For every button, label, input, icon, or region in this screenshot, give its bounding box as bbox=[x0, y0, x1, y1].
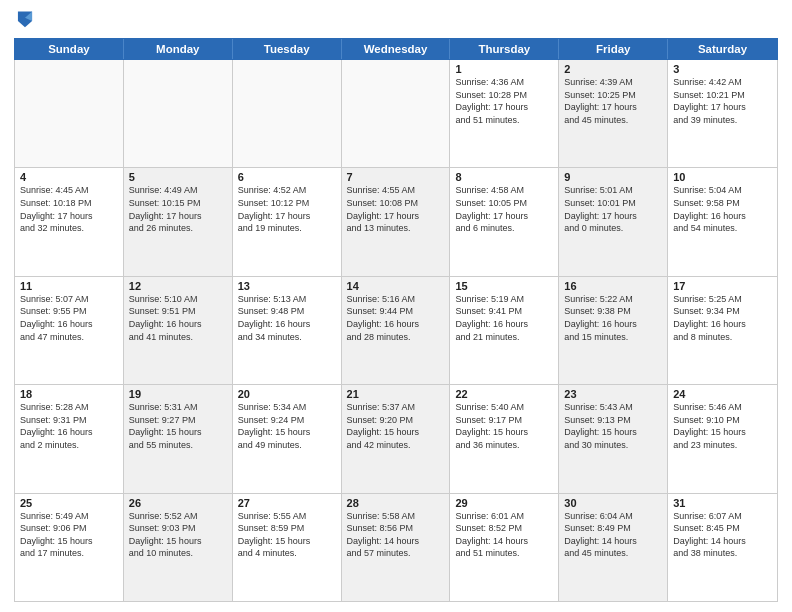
cal-cell-day-31: 31Sunrise: 6:07 AM Sunset: 8:45 PM Dayli… bbox=[668, 494, 777, 601]
cal-cell-day-2: 2Sunrise: 4:39 AM Sunset: 10:25 PM Dayli… bbox=[559, 60, 668, 167]
cell-text: Sunrise: 5:07 AM Sunset: 9:55 PM Dayligh… bbox=[20, 293, 118, 343]
cal-cell-day-30: 30Sunrise: 6:04 AM Sunset: 8:49 PM Dayli… bbox=[559, 494, 668, 601]
day-number: 27 bbox=[238, 497, 336, 509]
cal-cell-day-20: 20Sunrise: 5:34 AM Sunset: 9:24 PM Dayli… bbox=[233, 385, 342, 492]
day-number: 5 bbox=[129, 171, 227, 183]
cell-text: Sunrise: 5:22 AM Sunset: 9:38 PM Dayligh… bbox=[564, 293, 662, 343]
cal-cell-day-23: 23Sunrise: 5:43 AM Sunset: 9:13 PM Dayli… bbox=[559, 385, 668, 492]
cell-text: Sunrise: 5:25 AM Sunset: 9:34 PM Dayligh… bbox=[673, 293, 772, 343]
cal-cell-day-17: 17Sunrise: 5:25 AM Sunset: 9:34 PM Dayli… bbox=[668, 277, 777, 384]
day-number: 14 bbox=[347, 280, 445, 292]
calendar-body: 1Sunrise: 4:36 AM Sunset: 10:28 PM Dayli… bbox=[14, 60, 778, 602]
day-number: 31 bbox=[673, 497, 772, 509]
cell-text: Sunrise: 5:43 AM Sunset: 9:13 PM Dayligh… bbox=[564, 401, 662, 451]
cal-cell-day-14: 14Sunrise: 5:16 AM Sunset: 9:44 PM Dayli… bbox=[342, 277, 451, 384]
cal-cell-day-4: 4Sunrise: 4:45 AM Sunset: 10:18 PM Dayli… bbox=[15, 168, 124, 275]
day-number: 19 bbox=[129, 388, 227, 400]
cal-cell-day-29: 29Sunrise: 6:01 AM Sunset: 8:52 PM Dayli… bbox=[450, 494, 559, 601]
logo bbox=[14, 10, 36, 32]
day-number: 21 bbox=[347, 388, 445, 400]
cal-week-1: 1Sunrise: 4:36 AM Sunset: 10:28 PM Dayli… bbox=[15, 60, 777, 168]
day-number: 26 bbox=[129, 497, 227, 509]
cal-cell-day-16: 16Sunrise: 5:22 AM Sunset: 9:38 PM Dayli… bbox=[559, 277, 668, 384]
cell-text: Sunrise: 5:55 AM Sunset: 8:59 PM Dayligh… bbox=[238, 510, 336, 560]
day-number: 12 bbox=[129, 280, 227, 292]
cal-cell-day-26: 26Sunrise: 5:52 AM Sunset: 9:03 PM Dayli… bbox=[124, 494, 233, 601]
day-number: 28 bbox=[347, 497, 445, 509]
header-day-thursday: Thursday bbox=[450, 39, 559, 59]
day-number: 30 bbox=[564, 497, 662, 509]
day-number: 15 bbox=[455, 280, 553, 292]
cell-text: Sunrise: 4:58 AM Sunset: 10:05 PM Daylig… bbox=[455, 184, 553, 234]
day-number: 9 bbox=[564, 171, 662, 183]
cell-text: Sunrise: 4:42 AM Sunset: 10:21 PM Daylig… bbox=[673, 76, 772, 126]
cell-text: Sunrise: 6:01 AM Sunset: 8:52 PM Dayligh… bbox=[455, 510, 553, 560]
cell-text: Sunrise: 5:46 AM Sunset: 9:10 PM Dayligh… bbox=[673, 401, 772, 451]
day-number: 7 bbox=[347, 171, 445, 183]
day-number: 18 bbox=[20, 388, 118, 400]
cal-cell-day-3: 3Sunrise: 4:42 AM Sunset: 10:21 PM Dayli… bbox=[668, 60, 777, 167]
day-number: 6 bbox=[238, 171, 336, 183]
day-number: 11 bbox=[20, 280, 118, 292]
cell-text: Sunrise: 5:31 AM Sunset: 9:27 PM Dayligh… bbox=[129, 401, 227, 451]
cal-cell-day-19: 19Sunrise: 5:31 AM Sunset: 9:27 PM Dayli… bbox=[124, 385, 233, 492]
day-number: 20 bbox=[238, 388, 336, 400]
cell-text: Sunrise: 5:40 AM Sunset: 9:17 PM Dayligh… bbox=[455, 401, 553, 451]
cal-cell-day-1: 1Sunrise: 4:36 AM Sunset: 10:28 PM Dayli… bbox=[450, 60, 559, 167]
logo-icon bbox=[16, 10, 34, 32]
cal-week-2: 4Sunrise: 4:45 AM Sunset: 10:18 PM Dayli… bbox=[15, 168, 777, 276]
cell-text: Sunrise: 4:49 AM Sunset: 10:15 PM Daylig… bbox=[129, 184, 227, 234]
cal-cell-day-5: 5Sunrise: 4:49 AM Sunset: 10:15 PM Dayli… bbox=[124, 168, 233, 275]
cal-week-4: 18Sunrise: 5:28 AM Sunset: 9:31 PM Dayli… bbox=[15, 385, 777, 493]
header-day-wednesday: Wednesday bbox=[342, 39, 451, 59]
cal-cell-day-28: 28Sunrise: 5:58 AM Sunset: 8:56 PM Dayli… bbox=[342, 494, 451, 601]
cell-text: Sunrise: 5:13 AM Sunset: 9:48 PM Dayligh… bbox=[238, 293, 336, 343]
cal-cell-day-6: 6Sunrise: 4:52 AM Sunset: 10:12 PM Dayli… bbox=[233, 168, 342, 275]
cell-text: Sunrise: 6:04 AM Sunset: 8:49 PM Dayligh… bbox=[564, 510, 662, 560]
cell-text: Sunrise: 5:52 AM Sunset: 9:03 PM Dayligh… bbox=[129, 510, 227, 560]
cal-cell-day-9: 9Sunrise: 5:01 AM Sunset: 10:01 PM Dayli… bbox=[559, 168, 668, 275]
cal-cell-day-24: 24Sunrise: 5:46 AM Sunset: 9:10 PM Dayli… bbox=[668, 385, 777, 492]
cal-cell-day-27: 27Sunrise: 5:55 AM Sunset: 8:59 PM Dayli… bbox=[233, 494, 342, 601]
cell-text: Sunrise: 5:04 AM Sunset: 9:58 PM Dayligh… bbox=[673, 184, 772, 234]
day-number: 23 bbox=[564, 388, 662, 400]
day-number: 2 bbox=[564, 63, 662, 75]
cal-cell-day-7: 7Sunrise: 4:55 AM Sunset: 10:08 PM Dayli… bbox=[342, 168, 451, 275]
cell-text: Sunrise: 5:58 AM Sunset: 8:56 PM Dayligh… bbox=[347, 510, 445, 560]
header-day-saturday: Saturday bbox=[668, 39, 777, 59]
cell-text: Sunrise: 5:10 AM Sunset: 9:51 PM Dayligh… bbox=[129, 293, 227, 343]
cell-text: Sunrise: 6:07 AM Sunset: 8:45 PM Dayligh… bbox=[673, 510, 772, 560]
cal-cell-empty bbox=[233, 60, 342, 167]
cal-week-5: 25Sunrise: 5:49 AM Sunset: 9:06 PM Dayli… bbox=[15, 494, 777, 601]
cell-text: Sunrise: 4:45 AM Sunset: 10:18 PM Daylig… bbox=[20, 184, 118, 234]
header-day-tuesday: Tuesday bbox=[233, 39, 342, 59]
cell-text: Sunrise: 4:55 AM Sunset: 10:08 PM Daylig… bbox=[347, 184, 445, 234]
header-day-friday: Friday bbox=[559, 39, 668, 59]
day-number: 25 bbox=[20, 497, 118, 509]
header-day-monday: Monday bbox=[124, 39, 233, 59]
cal-cell-day-12: 12Sunrise: 5:10 AM Sunset: 9:51 PM Dayli… bbox=[124, 277, 233, 384]
cell-text: Sunrise: 5:37 AM Sunset: 9:20 PM Dayligh… bbox=[347, 401, 445, 451]
cell-text: Sunrise: 5:28 AM Sunset: 9:31 PM Dayligh… bbox=[20, 401, 118, 451]
cal-cell-day-22: 22Sunrise: 5:40 AM Sunset: 9:17 PM Dayli… bbox=[450, 385, 559, 492]
cal-cell-day-18: 18Sunrise: 5:28 AM Sunset: 9:31 PM Dayli… bbox=[15, 385, 124, 492]
cell-text: Sunrise: 5:01 AM Sunset: 10:01 PM Daylig… bbox=[564, 184, 662, 234]
day-number: 10 bbox=[673, 171, 772, 183]
cal-cell-empty bbox=[124, 60, 233, 167]
cell-text: Sunrise: 4:39 AM Sunset: 10:25 PM Daylig… bbox=[564, 76, 662, 126]
day-number: 4 bbox=[20, 171, 118, 183]
cell-text: Sunrise: 5:34 AM Sunset: 9:24 PM Dayligh… bbox=[238, 401, 336, 451]
day-number: 16 bbox=[564, 280, 662, 292]
cal-cell-day-8: 8Sunrise: 4:58 AM Sunset: 10:05 PM Dayli… bbox=[450, 168, 559, 275]
cell-text: Sunrise: 4:52 AM Sunset: 10:12 PM Daylig… bbox=[238, 184, 336, 234]
day-number: 24 bbox=[673, 388, 772, 400]
cell-text: Sunrise: 5:49 AM Sunset: 9:06 PM Dayligh… bbox=[20, 510, 118, 560]
day-number: 13 bbox=[238, 280, 336, 292]
cal-cell-day-11: 11Sunrise: 5:07 AM Sunset: 9:55 PM Dayli… bbox=[15, 277, 124, 384]
header-day-sunday: Sunday bbox=[15, 39, 124, 59]
day-number: 17 bbox=[673, 280, 772, 292]
cell-text: Sunrise: 5:16 AM Sunset: 9:44 PM Dayligh… bbox=[347, 293, 445, 343]
day-number: 22 bbox=[455, 388, 553, 400]
day-number: 1 bbox=[455, 63, 553, 75]
cal-cell-day-10: 10Sunrise: 5:04 AM Sunset: 9:58 PM Dayli… bbox=[668, 168, 777, 275]
